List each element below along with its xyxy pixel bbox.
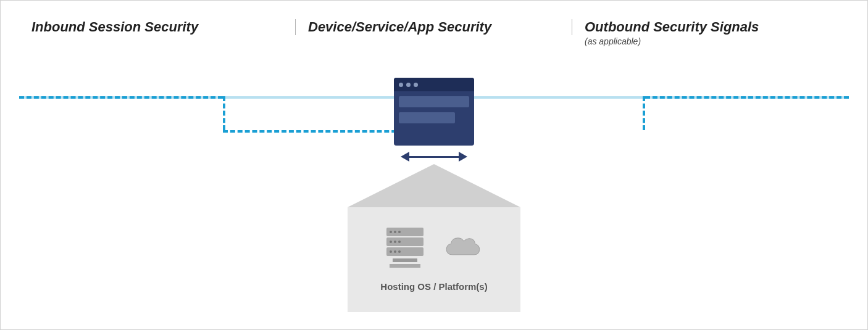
browser-window xyxy=(394,78,474,146)
server-dot-2 xyxy=(394,231,396,233)
house-body: Hosting OS / Platform(s) xyxy=(348,207,520,312)
server-leg xyxy=(390,264,420,268)
server-unit-3 xyxy=(386,247,424,256)
browser-dot-1 xyxy=(399,83,403,87)
outbound-subtext: (as applicable) xyxy=(585,36,837,46)
server-dot-4 xyxy=(390,241,392,243)
headers-row: Inbound Session Security Device/Service/… xyxy=(19,19,849,46)
browser-content xyxy=(394,91,474,128)
browser-app-icon xyxy=(394,78,474,146)
server-dot-6 xyxy=(398,241,401,243)
arrow-shaft xyxy=(409,156,459,158)
inbound-title: Inbound Session Security xyxy=(31,19,283,35)
diagram-container: Inbound Session Security Device/Service/… xyxy=(0,0,868,330)
house-roof-svg xyxy=(348,164,520,207)
outbound-title: Outbound Security Signals xyxy=(585,19,837,35)
arrow-left-head xyxy=(401,152,409,162)
server-dot-5 xyxy=(394,241,396,243)
header-col-inbound: Inbound Session Security xyxy=(19,19,296,35)
server-stack-icon xyxy=(386,228,424,268)
server-unit-2 xyxy=(386,237,424,246)
header-col-outbound: Outbound Security Signals (as applicable… xyxy=(572,19,849,46)
server-dot-7 xyxy=(390,250,392,253)
server-dot-3 xyxy=(398,231,401,233)
device-title: Device/Service/App Security xyxy=(308,19,560,35)
dash-left-vertical xyxy=(223,96,225,130)
browser-dot-3 xyxy=(414,83,418,87)
cloud-icon xyxy=(439,233,482,263)
browser-dot-2 xyxy=(406,83,411,87)
browser-bar-1 xyxy=(399,96,469,107)
double-arrow xyxy=(397,152,471,162)
browser-titlebar xyxy=(394,78,474,91)
browser-bar-2 xyxy=(399,112,455,123)
dash-right-vertical xyxy=(643,96,645,130)
server-base xyxy=(393,258,417,262)
header-col-device: Device/Service/App Security xyxy=(296,19,572,35)
house-container: Hosting OS / Platform(s) xyxy=(348,164,520,312)
arrow-right-head xyxy=(459,152,467,162)
svg-marker-0 xyxy=(348,164,520,207)
house-shape: Hosting OS / Platform(s) xyxy=(348,164,520,312)
server-dot-1 xyxy=(390,231,392,233)
server-dot-9 xyxy=(398,250,401,253)
server-unit-1 xyxy=(386,228,424,236)
house-icons-row xyxy=(386,228,482,268)
house-label: Hosting OS / Platform(s) xyxy=(380,281,487,292)
server-dot-8 xyxy=(394,250,396,253)
